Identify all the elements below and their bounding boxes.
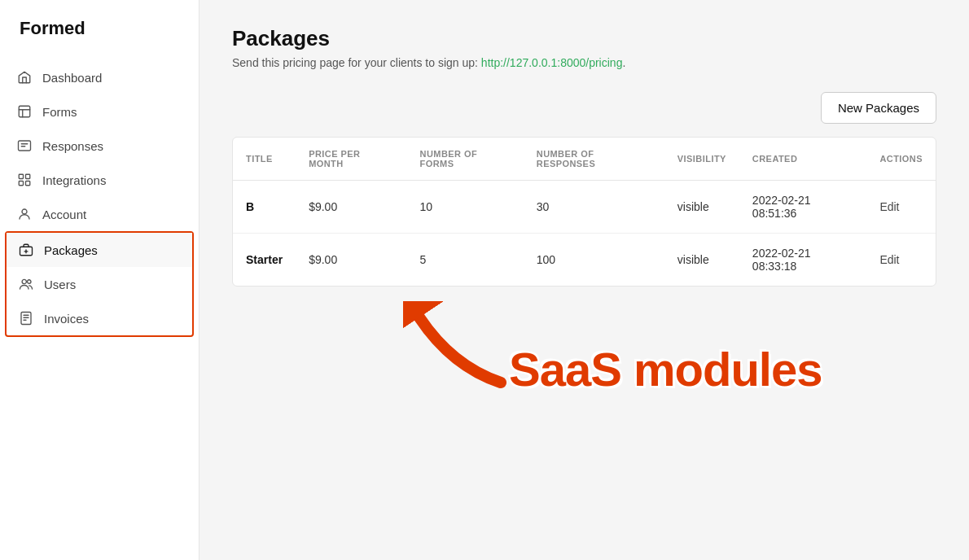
row-responses: 100 [524, 234, 664, 287]
sidebar-item-invoices[interactable]: Invoices [7, 301, 192, 335]
sidebar-item-label: Account [42, 208, 86, 221]
pricing-url-link[interactable]: http://127.0.0.1:8000/pricing [481, 56, 623, 69]
table-row: Starter $9.00 5 100 visible 2022-02-21 0… [233, 234, 936, 287]
svg-rect-7 [26, 174, 30, 178]
forms-icon [16, 103, 33, 120]
row-price: $9.00 [296, 234, 406, 287]
sidebar-item-label: Dashboard [42, 71, 102, 85]
sidebar-item-label: Packages [44, 243, 98, 257]
home-icon [16, 69, 33, 85]
row-created: 2022-02-21 08:33:18 [739, 234, 867, 287]
sidebar-item-label: Forms [42, 105, 77, 119]
sidebar-item-label: Users [44, 278, 76, 291]
col-header-visibility: VISIBILITY [664, 138, 739, 181]
edit-button-row1[interactable]: Edit [879, 253, 899, 266]
sidebar-item-account[interactable]: Account [0, 197, 199, 231]
svg-rect-6 [19, 174, 23, 178]
row-visibility: visible [664, 234, 739, 287]
col-header-created: CREATED [739, 138, 867, 181]
col-header-responses: NUMBER OF RESPONSES [524, 138, 664, 181]
sidebar-item-forms[interactable]: Forms [0, 94, 199, 129]
sidebar: Formed Dashboard Forms Responses [0, 0, 200, 560]
sidebar-item-label: Integrations [42, 173, 106, 187]
col-header-price: PRICE PER MONTH [296, 138, 406, 181]
sidebar-item-integrations[interactable]: Integrations [0, 163, 199, 197]
row-forms: 10 [407, 181, 524, 234]
row-action: Edit [866, 234, 936, 287]
packages-icon [18, 242, 34, 258]
svg-point-15 [28, 280, 32, 284]
row-price: $9.00 [296, 181, 406, 234]
sidebar-item-responses[interactable]: Responses [0, 129, 199, 163]
invoices-icon [18, 310, 34, 326]
sidebar-item-label: Invoices [44, 312, 89, 326]
row-created: 2022-02-21 08:51:36 [739, 181, 867, 234]
col-header-forms: NUMBER OF FORMS [407, 138, 524, 181]
sidebar-item-packages[interactable]: Packages [7, 233, 192, 267]
integrations-icon [16, 172, 33, 188]
saas-modules-label: SaaS modules [509, 342, 822, 396]
new-packages-btn-row: New Packages [232, 92, 936, 124]
col-header-actions: ACTIONS [866, 138, 936, 181]
row-title: Starter [233, 234, 296, 287]
svg-point-10 [22, 209, 27, 214]
svg-rect-3 [19, 141, 31, 151]
page-title: Packages [232, 26, 936, 51]
table-header-row: TITLE PRICE PER MONTH NUMBER OF FORMS NU… [233, 138, 936, 181]
table-row: B $9.00 10 30 visible 2022-02-21 08:51:3… [233, 181, 936, 234]
packages-highlight-box: Packages Users Invoices [5, 231, 194, 337]
svg-rect-8 [19, 182, 23, 186]
svg-point-14 [22, 279, 26, 283]
app-logo: Formed [0, 0, 199, 54]
col-header-title: TITLE [233, 138, 296, 181]
responses-icon [16, 138, 33, 154]
packages-table-container: TITLE PRICE PER MONTH NUMBER OF FORMS NU… [232, 137, 936, 287]
account-icon [16, 206, 33, 222]
row-title: B [233, 181, 296, 234]
sidebar-item-label: Responses [42, 139, 103, 153]
page-subtitle: Send this pricing page for your clients … [232, 56, 936, 69]
sidebar-item-dashboard[interactable]: Dashboard [0, 60, 199, 94]
sidebar-item-users[interactable]: Users [7, 267, 192, 301]
annotation-arrow [403, 301, 517, 399]
edit-button-row0[interactable]: Edit [879, 200, 899, 213]
svg-rect-9 [26, 182, 30, 186]
row-action: Edit [866, 181, 936, 234]
users-icon [18, 276, 34, 292]
svg-rect-0 [19, 106, 30, 117]
new-packages-button[interactable]: New Packages [821, 92, 936, 124]
row-visibility: visible [664, 181, 739, 234]
svg-rect-16 [21, 313, 31, 325]
packages-table: TITLE PRICE PER MONTH NUMBER OF FORMS NU… [233, 138, 936, 286]
row-forms: 5 [407, 234, 524, 287]
main-content: Packages Send this pricing page for your… [200, 0, 969, 560]
sidebar-nav: Dashboard Forms Responses Integrations [0, 54, 199, 560]
row-responses: 30 [524, 181, 664, 234]
